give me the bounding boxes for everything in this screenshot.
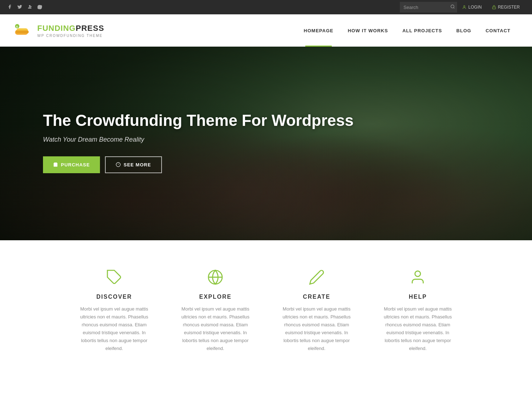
info-icon [116, 162, 121, 167]
facebook-icon[interactable] [7, 4, 12, 10]
create-desc: Morbi vel ipsum vel augue mattis ultrici… [279, 305, 355, 353]
explore-desc: Morbi vel ipsum vel augue mattis ultrici… [177, 305, 254, 353]
nav-homepage[interactable]: HOMEPAGE [297, 14, 341, 47]
top-bar-right: LOGIN REGISTER [400, 0, 525, 14]
main-nav: HOMEPAGE HOW IT WORKS ALL PROJECTS BLOG … [297, 14, 518, 47]
hero-section: The Crowdfunding Theme For Wordpress Wat… [0, 47, 532, 240]
feature-help: HELP Morbi vel ipsum vel augue mattis ul… [373, 262, 463, 360]
logo-green: FUNDING [37, 24, 76, 33]
skype-icon[interactable] [37, 4, 42, 10]
purchase-label: PURCHASE [61, 162, 90, 167]
discover-title: DISCOVER [96, 294, 132, 300]
create-title: CREATE [303, 294, 330, 300]
discover-icon [106, 269, 123, 288]
svg-text:$: $ [16, 25, 18, 28]
social-links [7, 4, 42, 10]
features-grid: DISCOVER Morbi vel ipsum vel augue matti… [69, 262, 463, 360]
logo-text: FUNDINGPRESS WP CROWDFUNDING THEME [37, 24, 104, 38]
nav-contact[interactable]: CONTACT [478, 14, 518, 47]
search-input[interactable] [400, 2, 457, 13]
features-section: DISCOVER Morbi vel ipsum vel augue matti… [0, 240, 532, 374]
logo: $ FUNDINGPRESS WP CROWDFUNDING THEME [14, 23, 104, 38]
explore-title: EXPLORE [199, 294, 231, 300]
discover-desc: Morbi vel ipsum vel augue mattis ultrici… [76, 305, 153, 353]
help-desc: Morbi vel ipsum vel augue mattis ultrici… [380, 305, 456, 353]
login-label: LOGIN [468, 5, 481, 10]
explore-icon [207, 269, 224, 288]
search-button[interactable] [450, 4, 455, 10]
purchase-button[interactable]: PURCHASE [43, 156, 100, 173]
help-title: HELP [409, 294, 427, 300]
hero-title: The Crowdfunding Theme For Wordpress [43, 111, 532, 130]
twitter-icon[interactable] [17, 4, 22, 10]
svg-point-2 [464, 6, 465, 7]
see-more-label: SEE MORE [124, 162, 151, 167]
google-plus-icon[interactable] [27, 4, 32, 10]
svg-point-0 [451, 5, 454, 8]
register-label: REGISTER [498, 5, 520, 10]
nav-how-it-works[interactable]: HOW IT WORKS [341, 14, 395, 47]
help-icon [409, 269, 426, 288]
logo-sub: WP CROWDFUNDING THEME [37, 34, 104, 38]
search-wrap [400, 2, 457, 13]
cart-icon [53, 162, 58, 167]
see-more-button[interactable]: SEE MORE [105, 156, 162, 173]
feature-explore: EXPLORE Morbi vel ipsum vel augue mattis… [170, 262, 261, 360]
hero-subtitle: Watch Your Dream Become Reality [43, 136, 532, 143]
svg-point-16 [415, 271, 421, 276]
svg-rect-3 [492, 7, 495, 9]
header: $ FUNDINGPRESS WP CROWDFUNDING THEME HOM… [0, 14, 532, 47]
create-icon [308, 269, 325, 288]
hero-content: The Crowdfunding Theme For Wordpress Wat… [0, 47, 532, 173]
logo-icon: $ [14, 23, 33, 38]
login-button[interactable]: LOGIN [457, 0, 487, 14]
logo-main: FUNDINGPRESS [37, 24, 104, 33]
register-button[interactable]: REGISTER [487, 0, 525, 14]
hero-buttons: PURCHASE SEE MORE [43, 156, 532, 173]
svg-line-1 [454, 8, 454, 8]
svg-rect-6 [16, 30, 29, 33]
nav-blog[interactable]: BLOG [449, 14, 479, 47]
logo-dark: PRESS [76, 24, 104, 33]
top-bar: LOGIN REGISTER [0, 0, 532, 14]
nav-all-projects[interactable]: ALL PROJECTS [395, 14, 449, 47]
feature-create: CREATE Morbi vel ipsum vel augue mattis … [272, 262, 362, 360]
feature-discover: DISCOVER Morbi vel ipsum vel augue matti… [69, 262, 160, 360]
